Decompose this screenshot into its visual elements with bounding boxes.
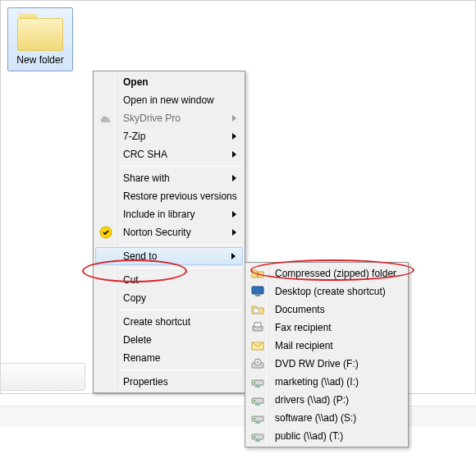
menu-open-new-window[interactable]: Open in new window (95, 91, 243, 109)
documents-icon (250, 302, 265, 317)
separator (120, 369, 241, 370)
menu-sendto-label: Send to (123, 250, 157, 262)
menu-crc-label: CRC SHA (123, 149, 167, 160)
menu-7zip[interactable]: 7-Zip (95, 127, 243, 145)
desktop-icon (250, 284, 265, 299)
svg-point-10 (257, 361, 259, 363)
menu-delete[interactable]: Delete (95, 331, 243, 349)
menu-include-library[interactable]: Include in library (95, 205, 243, 223)
sendto-compressed-folder[interactable]: Compressed (zipped) folder (247, 264, 406, 282)
chevron-right-icon (231, 169, 238, 187)
svg-point-18 (254, 436, 255, 438)
menu-norton-security[interactable]: Norton Security (95, 223, 243, 241)
sendto-dvd-drive[interactable]: DVD RW Drive (F:) (247, 355, 406, 373)
folder-icon (17, 13, 63, 51)
network-drive-icon (250, 429, 265, 443)
menu-restore-previous[interactable]: Restore previous versions (95, 187, 243, 205)
chevron-right-icon (231, 205, 238, 223)
chevron-right-icon (231, 127, 238, 145)
sendto-documents-label: Documents (275, 304, 325, 315)
network-drive-icon (250, 374, 265, 389)
separator (120, 310, 241, 310)
svg-rect-6 (254, 323, 261, 327)
separator (120, 268, 241, 269)
menu-create-shortcut[interactable]: Create shortcut (95, 313, 243, 331)
sendto-desktop-label: Desktop (create shortcut) (275, 286, 386, 297)
sendto-desktop-shortcut[interactable]: Desktop (create shortcut) (247, 282, 406, 301)
disc-drive-icon (250, 356, 265, 371)
sendto-mail-label: Mail recipient (275, 340, 333, 351)
menu-norton-label: Norton Security (123, 227, 191, 238)
menu-include-label: Include in library (123, 209, 195, 220)
separator (120, 244, 241, 245)
menu-open-label: Open (123, 76, 149, 88)
svg-rect-1 (257, 272, 259, 278)
menu-copy[interactable]: Copy (95, 289, 243, 307)
menu-skydrive-pro[interactable]: SkyDrive Pro (95, 109, 243, 127)
svg-rect-4 (254, 309, 259, 313)
menu-7zip-label: 7-Zip (123, 131, 145, 142)
svg-point-14 (254, 400, 255, 402)
menu-open[interactable]: Open (95, 73, 243, 91)
menu-share-with[interactable]: Share with (95, 169, 243, 187)
network-drive-icon (250, 392, 265, 407)
menu-properties[interactable]: Properties (95, 373, 243, 391)
sendto-fax-recipient[interactable]: Fax recipient (247, 319, 406, 337)
svg-point-12 (254, 382, 255, 383)
sendto-submenu[interactable]: Compressed (zipped) folder Desktop (crea… (245, 262, 409, 448)
svg-rect-2 (252, 287, 263, 294)
sendto-mail-recipient[interactable]: Mail recipient (247, 337, 406, 355)
menu-share-label: Share with (123, 172, 170, 184)
fax-icon (250, 320, 265, 335)
sendto-software-label: software (\\ad) (S:) (275, 412, 356, 424)
folder-item-selected[interactable]: New folder (7, 7, 73, 71)
sendto-net-marketing[interactable]: marketing (\\ad) (I:) (247, 373, 406, 391)
sendto-dvd-label: DVD RW Drive (F:) (275, 358, 359, 369)
taskbar-thumbnail (0, 363, 85, 391)
chevron-right-icon (231, 248, 237, 264)
sendto-zip-label: Compressed (zipped) folder (275, 268, 396, 279)
mail-icon (250, 338, 265, 353)
menu-crc-sha[interactable]: CRC SHA (95, 145, 243, 163)
chevron-right-icon (231, 223, 238, 241)
svg-rect-3 (255, 295, 260, 296)
sendto-documents[interactable]: Documents (247, 301, 406, 319)
context-menu[interactable]: Open Open in new window SkyDrive Pro 7-Z… (93, 71, 245, 393)
sendto-net-drivers[interactable]: drivers (\\ad) (P:) (247, 391, 406, 409)
menu-send-to[interactable]: Send to (95, 247, 243, 265)
menu-cut[interactable]: Cut (95, 271, 243, 289)
sendto-net-public[interactable]: public (\\ad) (T:) (247, 427, 406, 445)
sendto-marketing-label: marketing (\\ad) (I:) (275, 376, 359, 388)
network-drive-icon (250, 411, 265, 425)
svg-point-16 (254, 418, 255, 420)
sendto-fax-label: Fax recipient (275, 322, 332, 333)
folder-label: New folder (10, 54, 71, 66)
cloud-icon (98, 111, 113, 126)
chevron-right-icon (231, 109, 238, 127)
chevron-right-icon (231, 145, 238, 163)
menu-rename[interactable]: Rename (95, 349, 243, 367)
menu-skydrive-label: SkyDrive Pro (123, 112, 181, 124)
separator (120, 166, 241, 167)
zip-folder-icon (250, 266, 265, 281)
shield-icon (98, 225, 113, 240)
sendto-net-software[interactable]: software (\\ad) (S:) (247, 409, 406, 427)
sendto-drivers-label: drivers (\\ad) (P:) (275, 394, 349, 406)
sendto-public-label: public (\\ad) (T:) (275, 430, 343, 442)
